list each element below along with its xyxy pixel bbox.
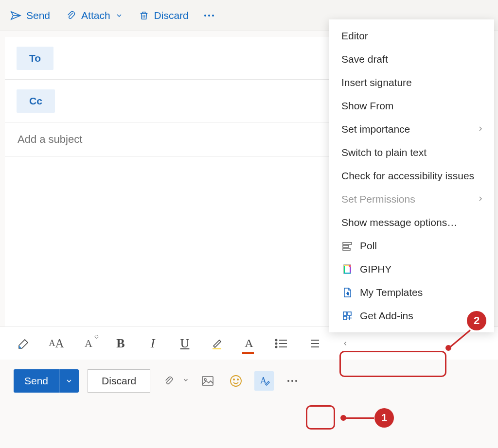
picture-button[interactable] <box>198 371 217 391</box>
svg-point-13 <box>231 376 241 386</box>
menu-item-label: Poll <box>360 240 377 252</box>
svg-rect-18 <box>343 245 349 247</box>
svg-point-14 <box>233 379 234 380</box>
send-dropdown-button[interactable] <box>59 369 79 393</box>
send-label: Send <box>26 10 50 21</box>
annotation-step-1: 1 <box>374 408 394 428</box>
send-button[interactable]: Send <box>14 369 59 393</box>
send-button-top[interactable]: Send <box>8 7 52 24</box>
menu-item-switch-to-plain-text[interactable]: Switch to plain text <box>329 141 494 164</box>
menu-item-label: My Templates <box>360 287 423 298</box>
paper-plane-icon <box>10 10 21 21</box>
menu-item-my-templates[interactable]: My Templates <box>329 281 494 304</box>
menu-item-label: Show From <box>341 100 393 112</box>
more-actions-button[interactable] <box>283 371 302 391</box>
menu-item-set-importance[interactable]: Set importance <box>329 118 494 141</box>
send-split-button: Send <box>14 369 79 393</box>
menu-item-label: GIPHY <box>360 263 391 275</box>
emoji-button[interactable] <box>226 371 246 391</box>
svg-point-4 <box>276 343 277 344</box>
to-chip[interactable]: To <box>17 47 53 70</box>
discard-button[interactable]: Discard <box>88 369 150 393</box>
chevron-down-icon <box>182 377 189 385</box>
menu-item-show-message-options[interactable]: Show message options… <box>329 211 494 234</box>
paperclip-icon <box>159 371 178 391</box>
paperclip-icon <box>66 10 76 21</box>
underline-button[interactable]: U <box>176 335 194 352</box>
svg-rect-11 <box>202 377 213 385</box>
svg-point-6 <box>276 346 277 347</box>
menu-item-label: Editor <box>341 30 368 42</box>
menu-item-label: Save draft <box>341 53 388 65</box>
menu-item-insert-signature[interactable]: Insert signature <box>329 71 494 94</box>
svg-rect-19 <box>343 248 350 250</box>
menu-item-label: Switch to plain text <box>341 147 427 158</box>
chevron-down-icon <box>115 12 123 19</box>
cc-chip[interactable]: Cc <box>17 89 55 113</box>
menu-item-set-permissions: Set Permissions <box>329 188 494 211</box>
font-color-button[interactable]: A <box>240 335 258 352</box>
discard-label: Discard <box>154 10 189 21</box>
numbered-list-button[interactable] <box>304 335 322 352</box>
menu-item-save-draft[interactable]: Save draft <box>329 48 494 71</box>
italic-button[interactable]: I <box>144 335 161 352</box>
svg-rect-28 <box>343 316 347 320</box>
menu-item-show-from[interactable]: Show From <box>329 94 494 118</box>
addins-icon <box>341 310 353 322</box>
svg-point-2 <box>276 339 277 341</box>
chevron-right-icon <box>477 193 484 205</box>
format-more-button[interactable] <box>337 335 354 352</box>
svg-rect-17 <box>343 242 352 244</box>
attach-button[interactable]: Attach <box>64 7 125 24</box>
svg-rect-1 <box>213 348 221 349</box>
font-size-decrease-icon[interactable]: A◇ <box>80 335 97 352</box>
svg-rect-22 <box>350 267 351 274</box>
annotation-box-more <box>306 405 335 430</box>
chevron-right-icon <box>477 123 484 135</box>
svg-rect-24 <box>344 273 351 274</box>
menu-item-label: Check for accessibility issues <box>341 170 474 182</box>
trash-icon <box>139 10 149 21</box>
giphy-icon <box>341 263 353 275</box>
menu-item-label: Insert signature <box>341 77 412 88</box>
menu-item-label: Show message options… <box>341 217 457 228</box>
font-size-increase-icon[interactable]: AA <box>48 335 65 352</box>
more-options-top[interactable] <box>202 13 216 18</box>
menu-item-label: Set Permissions <box>341 193 415 205</box>
more-actions-menu: EditorSave draftInsert signatureShow Fro… <box>329 19 494 332</box>
bullet-list-button[interactable] <box>272 335 290 352</box>
poll-icon <box>341 240 353 252</box>
svg-rect-27 <box>348 312 351 315</box>
attach-label: Attach <box>81 10 110 21</box>
menu-item-poll[interactable]: Poll <box>329 234 494 258</box>
send-bar: Send Discard A <box>0 360 498 402</box>
paint-format-icon[interactable] <box>16 335 33 352</box>
annotation-step-2: 2 <box>467 311 486 330</box>
show-formatting-button[interactable]: A <box>254 371 274 391</box>
bold-button[interactable]: B <box>112 335 129 352</box>
menu-item-giphy[interactable]: GIPHY <box>329 258 494 281</box>
svg-point-12 <box>204 379 206 380</box>
annotation-line-1 <box>346 417 374 419</box>
highlight-button[interactable] <box>208 335 226 352</box>
svg-rect-25 <box>349 265 351 267</box>
attach-inline-group[interactable] <box>159 371 189 391</box>
templates-icon <box>341 287 353 298</box>
menu-item-label: Get Add-ins <box>360 310 413 322</box>
svg-rect-21 <box>344 265 345 274</box>
discard-button-top[interactable]: Discard <box>137 7 191 24</box>
menu-item-label: Set importance <box>341 123 410 135</box>
menu-item-check-for-accessibility-issues[interactable]: Check for accessibility issues <box>329 164 494 188</box>
svg-point-15 <box>237 379 238 380</box>
svg-rect-26 <box>343 312 347 315</box>
menu-item-editor[interactable]: Editor <box>329 24 494 48</box>
